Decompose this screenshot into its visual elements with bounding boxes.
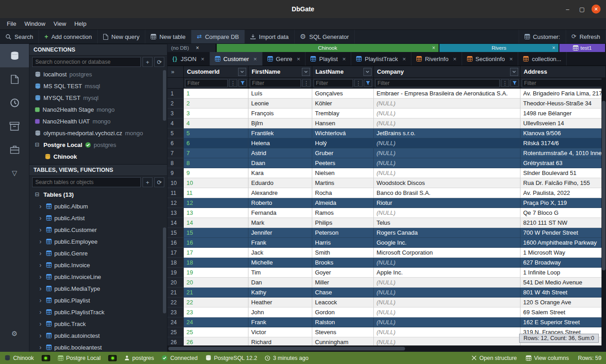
close-tab-icon[interactable]: × — [196, 45, 199, 51]
column-header-customerid[interactable]: CustomerId — [184, 66, 248, 77]
grid-cell[interactable]: Av. Paulista, 2022 — [520, 188, 606, 198]
menu-file[interactable]: File — [3, 18, 20, 29]
grid-cell[interactable]: Fernanda — [248, 208, 312, 218]
vertical-scrollbar[interactable] — [601, 77, 606, 345]
row-number[interactable]: 6 — [167, 138, 184, 148]
column-dropdown-button[interactable] — [238, 68, 246, 76]
grid-cell[interactable]: 1600 Amphitheatre Parkway — [520, 238, 606, 248]
row-number[interactable]: 22 — [167, 298, 184, 307]
grid-cell[interactable]: Theodor-Heuss-Straße 34 — [520, 99, 606, 109]
close-tab-icon[interactable]: × — [297, 56, 301, 62]
connection-item[interactable]: MYSQL TESTmysql — [29, 92, 167, 104]
grid-cell[interactable]: 14 — [184, 218, 248, 228]
connection-item[interactable]: Nano2Health Stagemongo — [29, 104, 167, 115]
table-item[interactable]: ›public.Invoice — [29, 259, 167, 271]
toolbar-new-table-button[interactable]: New table — [145, 30, 191, 43]
table-item[interactable]: ›public.Genre — [29, 247, 167, 259]
toolbar-customer-button[interactable]: Customer: — [519, 30, 566, 43]
grid-cell[interactable]: 26 — [184, 337, 248, 345]
grid-cell[interactable]: Av. Brigadeiro Faria Lima, 2170 — [520, 89, 606, 99]
grid-cell[interactable]: (NULL) — [374, 138, 520, 148]
row-number[interactable]: 14 — [167, 218, 184, 228]
filter-input-company[interactable] — [375, 79, 500, 87]
grid-cell[interactable]: (NULL) — [374, 307, 520, 317]
grid-cell[interactable]: Frantiſek — [248, 128, 312, 138]
column-dropdown-button[interactable] — [302, 68, 310, 76]
grid-cell[interactable]: Eduardo — [248, 178, 312, 188]
grid-cell[interactable]: Hansen — [312, 118, 374, 128]
grid-cell[interactable]: Jack — [248, 248, 312, 258]
grid-cell[interactable]: Stevens — [312, 327, 374, 337]
table-item[interactable]: ›public.Album — [29, 200, 167, 212]
row-number[interactable]: 18 — [167, 258, 184, 268]
grid-cell[interactable]: Banco do Brasil S.A. — [374, 188, 520, 198]
grid-cell[interactable]: Gonçalves — [312, 89, 374, 99]
horizontal-scrollbar[interactable] — [167, 345, 606, 352]
grid-cell[interactable]: 6 — [184, 138, 248, 148]
row-number[interactable]: 8 — [167, 158, 184, 168]
refresh-connections-button[interactable]: ⟳ — [154, 57, 164, 67]
grid-cell[interactable]: 11 — [184, 188, 248, 198]
grid-cell[interactable]: Riotur — [374, 198, 520, 208]
grid-cell[interactable]: Wichterlová — [312, 128, 374, 138]
close-tab-icon[interactable]: × — [342, 56, 346, 62]
grid-cell[interactable]: Dan — [248, 278, 312, 288]
menu-window[interactable]: Window — [20, 18, 49, 29]
row-number[interactable]: 15 — [167, 228, 184, 238]
tab-playlisttrack[interactable]: PlaylistTrack× — [351, 52, 411, 66]
statusbar-view-columns[interactable]: View columns — [526, 355, 569, 361]
connection-item[interactable]: MS SQL TESTmssql — [29, 80, 167, 92]
grid-cell[interactable]: Daan — [248, 158, 312, 168]
collapse-icon[interactable]: ⊟ — [35, 191, 41, 198]
chevron-right-icon[interactable]: › — [39, 238, 43, 245]
grid-cell[interactable]: (NULL) — [374, 317, 520, 327]
filter-menu-button[interactable]: ⋮ — [302, 79, 310, 87]
chevron-right-icon[interactable]: › — [39, 285, 43, 292]
grid-cell[interactable]: 15 — [184, 228, 248, 238]
grid-cell[interactable]: (NULL) — [374, 168, 520, 178]
column-dropdown-button[interactable] — [510, 68, 518, 76]
grid-cell[interactable]: Almeida — [312, 198, 374, 208]
grid-cell[interactable]: (NULL) — [374, 278, 520, 288]
grid-cell[interactable]: Ullevſlsveien 14 — [520, 118, 606, 128]
grid-cell[interactable]: 16 — [184, 238, 248, 248]
grid-cell[interactable]: 7 — [184, 148, 248, 158]
connection-item[interactable]: olympus-medportal.vychozi.czmongo — [29, 127, 167, 139]
table-item[interactable]: ›public.MediaType — [29, 283, 167, 294]
filter-input-address[interactable] — [522, 79, 604, 87]
grid-cell[interactable]: 120 S Orange Ave — [520, 298, 606, 307]
tab-customer[interactable]: Customer× — [210, 52, 262, 66]
grid-cell[interactable]: 627 Broadway — [520, 258, 606, 268]
grid-cell[interactable]: Roberto — [248, 198, 312, 208]
nav-archive-icon[interactable] — [0, 114, 29, 138]
chevron-right-icon[interactable]: › — [39, 344, 43, 351]
filter-menu-button[interactable]: ⋮ — [229, 79, 237, 87]
tab-playlist[interactable]: Playlist× — [305, 52, 351, 66]
grid-cell[interactable]: 1 Infinite Loop — [520, 268, 606, 278]
grid-cell[interactable]: Smith — [312, 248, 374, 258]
close-tab-icon[interactable]: × — [201, 56, 205, 62]
row-number[interactable]: 16 — [167, 238, 184, 248]
column-dropdown-button[interactable] — [363, 68, 372, 76]
chevron-right-icon[interactable]: › — [39, 308, 43, 316]
grid-cell[interactable]: 10 — [184, 178, 248, 188]
row-number[interactable]: 17 — [167, 248, 184, 258]
nav-history-icon[interactable] — [0, 91, 29, 114]
db-tab-no-db[interactable]: (no DB)× — [167, 44, 215, 52]
nav-filter-outline-icon[interactable]: ▽ — [0, 161, 29, 185]
grid-cell[interactable]: Leonie — [248, 99, 312, 109]
chevron-right-icon[interactable]: › — [39, 261, 43, 269]
grid-cell[interactable]: Qe 7 Bloco G — [520, 208, 606, 218]
chevron-right-icon[interactable]: › — [39, 250, 43, 257]
grid-cell[interactable]: Rilská 3174/6 — [520, 138, 606, 148]
grid-cell[interactable]: Köhler — [312, 99, 374, 109]
chevron-right-icon[interactable]: › — [39, 320, 43, 327]
column-header-lastname[interactable]: LastName — [312, 66, 374, 77]
grid-cell[interactable]: (NULL) — [374, 337, 520, 345]
grid-cell[interactable]: John — [248, 307, 312, 317]
grid-cell[interactable]: 8 — [184, 158, 248, 168]
row-number[interactable]: 25 — [167, 327, 184, 337]
toolbar-new-query-button[interactable]: New query — [98, 30, 145, 43]
row-number[interactable]: 19 — [167, 268, 184, 278]
table-item[interactable]: ›public.Playlist — [29, 294, 167, 306]
